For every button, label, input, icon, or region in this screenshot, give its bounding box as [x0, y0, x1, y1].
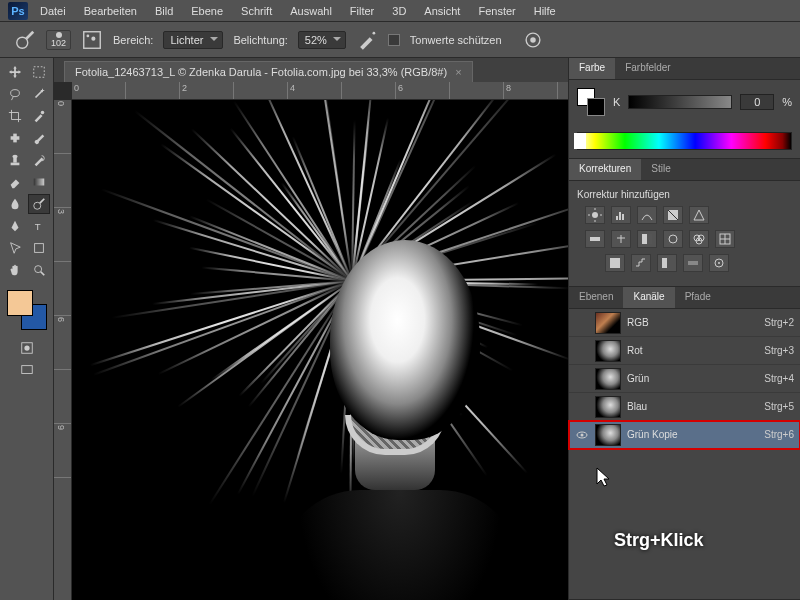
- visibility-icon[interactable]: [575, 428, 589, 442]
- hand-tool[interactable]: [4, 260, 26, 280]
- history-brush-tool[interactable]: [28, 150, 50, 170]
- tab-adjustments[interactable]: Korrekturen: [569, 159, 641, 180]
- balance-icon[interactable]: [611, 230, 631, 248]
- path-select-tool[interactable]: [4, 238, 26, 258]
- brush-panel-icon[interactable]: [81, 29, 103, 51]
- mini-swatch[interactable]: [577, 88, 605, 116]
- channel-row[interactable]: Grün KopieStrg+6: [569, 421, 800, 449]
- range-dropdown[interactable]: Lichter: [163, 31, 223, 49]
- pressure-icon[interactable]: [522, 29, 544, 51]
- channel-thumb: [595, 396, 621, 418]
- vibrance-icon[interactable]: [689, 206, 709, 224]
- channel-mixer-icon[interactable]: [689, 230, 709, 248]
- pen-tool[interactable]: [4, 216, 26, 236]
- channel-row[interactable]: GrünStrg+4: [569, 365, 800, 393]
- tab-channels[interactable]: Kanäle: [623, 287, 674, 308]
- threshold-icon[interactable]: [657, 254, 677, 272]
- svg-text:T: T: [34, 221, 40, 232]
- visibility-icon[interactable]: [575, 372, 589, 386]
- protect-tones-label: Tonwerte schützen: [410, 34, 502, 46]
- tab-paths[interactable]: Pfade: [675, 287, 721, 308]
- channel-thumb: [595, 312, 621, 334]
- zoom-tool[interactable]: [28, 260, 50, 280]
- quickmask-tool[interactable]: [16, 338, 38, 358]
- selective-icon[interactable]: [709, 254, 729, 272]
- levels-icon[interactable]: [611, 206, 631, 224]
- gradient-map-icon[interactable]: [683, 254, 703, 272]
- svg-point-49: [718, 262, 720, 264]
- heal-tool[interactable]: [4, 128, 26, 148]
- menu-image[interactable]: Bild: [155, 5, 173, 17]
- type-tool[interactable]: T: [28, 216, 50, 236]
- brightness-icon[interactable]: [585, 206, 605, 224]
- screenmode-tool[interactable]: [16, 360, 38, 380]
- channel-shortcut: Strg+4: [764, 373, 794, 384]
- protect-tones-checkbox[interactable]: [388, 34, 400, 46]
- svg-rect-20: [34, 244, 43, 253]
- lasso-tool[interactable]: [4, 84, 26, 104]
- menu-file[interactable]: Datei: [40, 5, 66, 17]
- invert-icon[interactable]: [605, 254, 625, 272]
- tab-layers[interactable]: Ebenen: [569, 287, 623, 308]
- color-swatches[interactable]: [7, 290, 47, 330]
- hue-icon[interactable]: [585, 230, 605, 248]
- visibility-icon[interactable]: [575, 316, 589, 330]
- dodge-tool-icon[interactable]: [14, 29, 36, 51]
- bw-icon[interactable]: [637, 230, 657, 248]
- menu-type[interactable]: Schrift: [241, 5, 272, 17]
- lookup-icon[interactable]: [715, 230, 735, 248]
- menu-window[interactable]: Fenster: [478, 5, 515, 17]
- close-tab-icon[interactable]: ×: [455, 66, 461, 78]
- dodge-tool[interactable]: [28, 194, 50, 214]
- range-label: Bereich:: [113, 34, 153, 46]
- posterize-icon[interactable]: [631, 254, 651, 272]
- channel-row[interactable]: RGBStrg+2: [569, 309, 800, 337]
- k-value[interactable]: 0: [740, 94, 774, 110]
- menu-select[interactable]: Auswahl: [290, 5, 332, 17]
- menu-3d[interactable]: 3D: [392, 5, 406, 17]
- app-logo: Ps: [8, 2, 28, 20]
- stamp-tool[interactable]: [4, 150, 26, 170]
- options-bar: 102 Bereich: Lichter Belichtung: 52% Ton…: [0, 22, 800, 58]
- menu-view[interactable]: Ansicht: [424, 5, 460, 17]
- pct-label: %: [782, 96, 792, 108]
- brush-tool[interactable]: [28, 128, 50, 148]
- curves-icon[interactable]: [637, 206, 657, 224]
- menu-layer[interactable]: Ebene: [191, 5, 223, 17]
- svg-point-15: [12, 155, 17, 159]
- wand-tool[interactable]: [28, 84, 50, 104]
- visibility-icon[interactable]: [575, 400, 589, 414]
- blur-tool[interactable]: [4, 194, 26, 214]
- shape-tool[interactable]: [28, 238, 50, 258]
- channel-row[interactable]: RotStrg+3: [569, 337, 800, 365]
- eyedropper-tool[interactable]: [28, 106, 50, 126]
- move-tool[interactable]: [4, 62, 26, 82]
- tab-color[interactable]: Farbe: [569, 58, 615, 79]
- color-spectrum[interactable]: [577, 132, 792, 150]
- airbrush-icon[interactable]: [356, 29, 378, 51]
- exposure-dropdown[interactable]: 52%: [298, 31, 346, 49]
- eraser-tool[interactable]: [4, 172, 26, 192]
- svg-rect-31: [616, 216, 618, 220]
- marquee-tool[interactable]: [28, 62, 50, 82]
- visibility-icon[interactable]: [575, 344, 589, 358]
- menu-filter[interactable]: Filter: [350, 5, 374, 17]
- adjust-title: Korrektur hinzufügen: [577, 189, 792, 200]
- document-tab-bar: Fotolia_12463713_L © Zdenka Darula - Fot…: [54, 58, 568, 82]
- k-slider[interactable]: [628, 95, 732, 109]
- svg-point-9: [10, 90, 19, 97]
- menu-help[interactable]: Hilfe: [534, 5, 556, 17]
- crop-tool[interactable]: [4, 106, 26, 126]
- channel-row[interactable]: BlauStrg+5: [569, 393, 800, 421]
- tab-swatches[interactable]: Farbfelder: [615, 58, 681, 79]
- channel-shortcut: Strg+2: [764, 317, 794, 328]
- brush-size-picker[interactable]: 102: [46, 30, 71, 50]
- canvas-area[interactable]: 02468 0369: [54, 82, 568, 600]
- photo-filter-icon[interactable]: [663, 230, 683, 248]
- exposure-icon[interactable]: [663, 206, 683, 224]
- tab-styles[interactable]: Stile: [641, 159, 680, 180]
- svg-rect-33: [622, 214, 624, 220]
- menu-edit[interactable]: Bearbeiten: [84, 5, 137, 17]
- document-tab[interactable]: Fotolia_12463713_L © Zdenka Darula - Fot…: [64, 61, 473, 82]
- gradient-tool[interactable]: [28, 172, 50, 192]
